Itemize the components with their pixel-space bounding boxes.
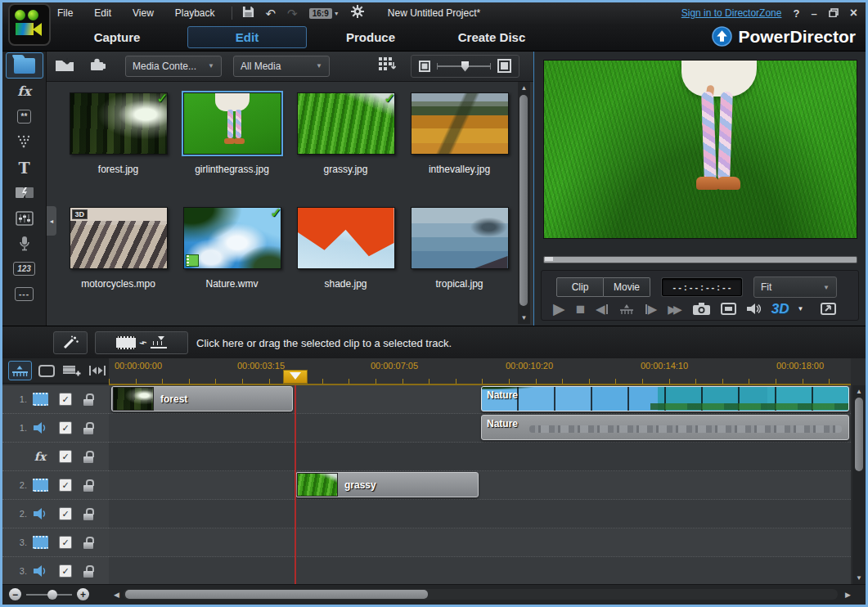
timeline-hscrollbar[interactable] (124, 589, 838, 600)
track-header-audio-1[interactable]: 1. ✓ (2, 414, 109, 443)
timecode-display[interactable]: - - : - - : - - : - - (662, 278, 742, 296)
track-header-audio-2[interactable]: 2. ✓ (2, 500, 109, 528)
library-item-girlinthegrass[interactable]: girlinthegrass.jpg (175, 88, 289, 200)
menu-view[interactable]: View (133, 7, 154, 19)
clip-nature-video[interactable]: Nature (481, 386, 849, 411)
movie-mode-button[interactable]: Movie (604, 277, 650, 297)
undock-player-icon[interactable] (821, 303, 836, 315)
help-button[interactable]: ? (793, 8, 799, 19)
zoom-out-thumbnails-icon[interactable] (419, 61, 430, 72)
timeline-hscrollbar-thumb[interactable] (125, 590, 428, 599)
content-type-dropdown[interactable]: Media Conte... ▼ (125, 56, 222, 77)
timeline-ruler[interactable]: 00:00:00:00 00:00:03:15 00:00:07:05 00:0… (109, 358, 851, 385)
scroll-up-icon[interactable]: ▲ (852, 388, 866, 395)
sidebar-item-title-room[interactable]: T (7, 155, 43, 180)
menu-playback[interactable]: Playback (175, 7, 215, 19)
track-audio-3[interactable] (109, 557, 851, 586)
storyboard-view-button[interactable] (35, 362, 57, 380)
restore-button[interactable] (829, 8, 839, 19)
thumbnail-girlinthegrass-selected[interactable] (183, 92, 281, 155)
sidebar-item-media-room[interactable] (6, 52, 43, 79)
sidebar-item-effect-room[interactable]: fx (7, 79, 43, 104)
track-enable-checkbox[interactable]: ✓ (59, 393, 72, 406)
library-item-forest[interactable]: ✓ forest.jpg (61, 88, 175, 200)
track-enable-checkbox[interactable]: ✓ (59, 421, 72, 434)
menu-edit[interactable]: Edit (94, 7, 111, 19)
track-lock-icon[interactable] (83, 537, 94, 549)
library-item-motorcycles[interactable]: 3D motorcycles.mpo (61, 202, 175, 315)
zoom-fit-dropdown[interactable]: Fit ▼ (753, 277, 837, 298)
sidebar-item-transition-room[interactable] (7, 180, 43, 205)
track-video-3[interactable] (109, 528, 851, 557)
thumbnail-grassy[interactable]: ✓ (297, 92, 395, 155)
undo-icon[interactable]: ↶ (266, 7, 277, 20)
track-enable-checkbox[interactable]: ✓ (59, 564, 72, 578)
library-collapse-handle[interactable]: ◄ (47, 206, 56, 236)
library-item-nature[interactable]: ✓ Nature.wmv (175, 202, 289, 315)
track-enable-checkbox[interactable]: ✓ (59, 450, 72, 463)
timeline-zoom-thumb[interactable] (47, 590, 57, 600)
library-scrollbar-thumb[interactable] (519, 95, 528, 306)
track-audio-1[interactable]: Nature (109, 414, 851, 443)
track-header-video-2[interactable]: 2. ✓ (2, 471, 109, 500)
track-header-fx[interactable]: fx ✓ (2, 443, 109, 471)
zoom-out-icon[interactable]: − (9, 588, 21, 600)
tab-capture[interactable]: Capture (52, 30, 182, 44)
track-video-2[interactable]: grassy (109, 471, 851, 500)
sidebar-item-pip-objects-room[interactable]: ** (7, 104, 43, 129)
track-lock-icon[interactable] (83, 565, 94, 578)
import-media-icon[interactable] (55, 57, 74, 75)
thumbnail-inthevalley[interactable] (411, 92, 509, 155)
scroll-right-icon[interactable]: ▶ (845, 591, 851, 599)
track-enable-checkbox[interactable]: ✓ (59, 536, 72, 549)
preview-quality-icon[interactable] (721, 303, 736, 315)
library-scrollbar[interactable]: ▲ ▼ (518, 82, 530, 324)
track-lock-icon[interactable] (83, 393, 94, 406)
zoom-in-thumbnails-icon[interactable] (497, 59, 511, 73)
thumbnail-nature[interactable]: ✓ (183, 207, 281, 269)
preferences-gear-icon[interactable] (351, 5, 364, 21)
track-audio-2[interactable] (109, 500, 851, 528)
close-button[interactable]: × (850, 7, 857, 20)
clip-grassy[interactable]: grassy (295, 472, 479, 497)
seek-thumb[interactable] (545, 257, 553, 261)
timeline-view-button[interactable] (8, 361, 32, 380)
playhead-marker[interactable] (283, 370, 308, 384)
magic-wand-button[interactable] (53, 331, 88, 354)
insert-hint-text[interactable]: Click here or drag the selected clip to … (196, 337, 452, 349)
tab-create-disc[interactable]: Create Disc (434, 30, 549, 44)
sort-view-icon[interactable] (379, 57, 396, 74)
track-header-video-3[interactable]: 3. ✓ (2, 528, 109, 557)
library-item-grassy[interactable]: ✓ grassy.jpg (289, 88, 403, 200)
track-header-video-1[interactable]: 1. ✓ (2, 385, 109, 414)
sidebar-item-subtitle-room[interactable]: --- (7, 281, 43, 307)
playhead-line[interactable] (295, 385, 296, 584)
zoom-in-icon[interactable]: + (77, 588, 89, 600)
fast-forward-button[interactable]: ▶▶ (668, 304, 682, 315)
thumbnail-zoom-slider[interactable] (437, 65, 491, 67)
clip-mode-button[interactable]: Clip (556, 277, 604, 297)
thumbnail-motorcycles[interactable]: 3D (70, 207, 168, 269)
sidebar-item-particle-room[interactable] (7, 129, 43, 155)
timeline-vscrollbar[interactable]: ▲ ▼ (852, 385, 866, 584)
track-lock-icon[interactable] (83, 451, 94, 463)
add-track-button[interactable] (61, 362, 83, 380)
track-header-audio-3[interactable]: 3. ✓ (2, 557, 109, 586)
timeline-zoom-slider[interactable] (26, 594, 72, 596)
track-enable-checkbox[interactable]: ✓ (59, 507, 72, 520)
thumbnail-shade[interactable] (297, 207, 395, 269)
tab-produce[interactable]: Produce (313, 30, 428, 44)
signin-directorzone-link[interactable]: Sign in to DirectorZone (681, 7, 782, 19)
thumbnail-forest[interactable]: ✓ (70, 92, 168, 155)
next-frame-button[interactable]: ▶ (645, 303, 658, 315)
sidebar-item-voiceover-room[interactable] (7, 231, 43, 256)
library-item-shade[interactable]: shade.jpg (289, 202, 403, 315)
preview-seek-bar[interactable] (543, 256, 857, 263)
track-lock-icon[interactable] (83, 422, 94, 434)
scroll-down-icon[interactable]: ▼ (852, 574, 866, 582)
scroll-left-icon[interactable]: ◀ (114, 591, 119, 599)
track-lock-icon[interactable] (83, 508, 94, 520)
timeline-vscrollbar-thumb[interactable] (855, 398, 863, 471)
stop-button[interactable]: ■ (576, 301, 585, 317)
menu-file[interactable]: File (57, 7, 73, 19)
